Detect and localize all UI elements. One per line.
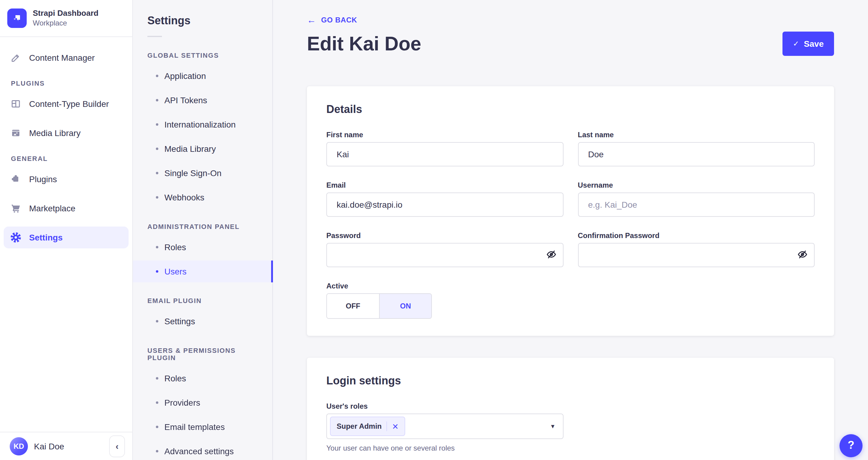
strapi-logo[interactable] [7,8,27,28]
subnav-section-administration-panel: ADMINISTRATION PANEL [133,223,272,230]
brand-title: Strapi Dashboard [33,9,99,19]
user-roles-hint: Your user can have one or several roles [326,444,815,452]
subnav-item-application[interactable]: Application [133,65,272,87]
image-icon [10,127,22,139]
cart-icon [10,202,22,214]
go-back-link[interactable]: ← GO BACK [307,15,357,25]
subnav-item-providers[interactable]: Providers [133,392,272,413]
subnav-item-label: Internationalization [164,120,236,130]
help-button[interactable]: ? [839,434,863,457]
bullet-icon [156,450,158,452]
bullet-icon [156,123,158,126]
active-label: Active [326,282,563,290]
layout-grid-icon [10,98,22,110]
last-name-input[interactable] [578,142,815,166]
subnav-section-global-settings: GLOBAL SETTINGS [133,52,272,59]
sidebar-item-content-type-builder[interactable]: Content-Type Builder [4,93,129,115]
subnav-item-label: Media Library [164,144,216,154]
confirmation-password-field-group: Confirmation Password [578,231,815,267]
bullet-icon [156,196,158,199]
username-field-group: Username [578,181,815,217]
subnav-item-label: Webhooks [164,193,205,202]
subnav-item-label: Settings [164,316,195,326]
bullet-icon [156,99,158,102]
bullet-icon [156,320,158,322]
subnav-item-api-tokens[interactable]: API Tokens [133,89,272,111]
subnav-item-media-library[interactable]: Media Library [133,138,272,160]
first-name-input[interactable] [326,142,563,166]
active-toggle-off[interactable]: OFF [327,294,379,318]
subnav-divider [147,36,162,37]
active-toggle-on[interactable]: ON [379,294,431,318]
subnav-item-email-settings[interactable]: Settings [133,310,272,332]
subnav-item-label: Providers [164,398,200,407]
email-field-group: Email [326,181,563,217]
sidebar-item-plugins[interactable]: Plugins [4,168,129,190]
toggle-confirmation-visibility-button[interactable] [793,245,812,265]
user-roles-field-group: User's roles Super Admin ✕ ▾ Your user c… [326,402,815,452]
subnav-item-admin-roles[interactable]: Roles [133,236,272,258]
bullet-icon [156,148,158,150]
subnav-item-internationalization[interactable]: Internationalization [133,114,272,136]
subnav-item-webhooks[interactable]: Webhooks [133,186,272,208]
confirmation-password-input[interactable] [578,243,815,267]
details-card: Details First name Last name Email Usern… [307,86,834,336]
save-label: Save [804,39,824,49]
sidebar-item-label: Settings [29,233,62,242]
toggle-password-visibility-button[interactable] [541,245,561,265]
subnav-item-label: Advanced settings [164,446,234,456]
subnav-item-email-templates[interactable]: Email templates [133,416,272,438]
sidebar-item-label: Content Manager [29,53,95,62]
sidebar-item-marketplace[interactable]: Marketplace [4,197,129,219]
gear-icon [10,231,22,243]
confirmation-password-label: Confirmation Password [578,231,815,240]
username-input[interactable] [578,193,815,217]
subnav-item-up-roles[interactable]: Roles [133,367,272,389]
sidebar-nav: Content Manager PLUGINS Content-Type Bui… [0,37,132,431]
avatar[interactable]: KD [10,437,28,455]
chevron-down-icon: ▾ [551,422,554,430]
main-content: ← GO BACK Edit Kai Doe ✓ Save Details Fi… [273,0,868,460]
chevron-left-icon: ‹ [116,441,119,451]
bullet-icon [156,75,158,77]
subnav-item-advanced-settings[interactable]: Advanced settings [133,440,272,460]
bullet-icon [156,377,158,379]
sidebar-item-label: Media Library [29,128,81,138]
sidebar-item-media-library[interactable]: Media Library [4,122,129,144]
bullet-icon [156,172,158,174]
bullet-icon [156,246,158,248]
go-back-label: GO BACK [321,16,357,24]
email-label: Email [326,181,563,190]
sidebar-item-settings[interactable]: Settings [4,227,129,248]
user-roles-select[interactable]: Super Admin ✕ ▾ [326,413,563,439]
password-field-group: Password [326,231,563,267]
active-toggle: OFF ON [326,293,432,319]
sidebar-user-row: KD Kai Doe ‹ [0,431,132,460]
login-settings-title: Login settings [326,375,815,387]
subnav-section-users-permissions-plugin: USERS & PERMISSIONS PLUGIN [133,347,272,361]
sidebar-item-label: Marketplace [29,203,75,213]
chip-divider [386,422,387,431]
subnav-item-label: Roles [164,373,186,383]
subnav-item-label: Email templates [164,422,225,432]
active-field-group: Active OFF ON [326,282,563,319]
arrow-left-icon: ← [307,15,316,25]
password-label: Password [326,231,563,240]
remove-role-button[interactable]: ✕ [392,422,399,430]
email-input[interactable] [326,193,563,217]
sidebar-section-general: GENERAL [4,155,129,162]
bullet-icon [156,401,158,404]
last-name-label: Last name [578,131,815,139]
password-input[interactable] [326,243,563,267]
sidebar-item-content-manager[interactable]: Content Manager [4,47,129,68]
save-button[interactable]: ✓ Save [782,32,834,56]
puzzle-icon [10,173,22,185]
pencil-icon [10,52,22,64]
subnav-item-admin-users[interactable]: Users [133,260,272,282]
subnav-item-label: Roles [164,242,186,252]
username-label: Username [578,181,815,190]
collapse-sidebar-button[interactable]: ‹ [109,435,125,457]
subnav-item-single-sign-on[interactable]: Single Sign-On [133,162,272,184]
subnav-item-label: API Tokens [164,95,207,105]
settings-subnav: Settings GLOBAL SETTINGS Application API… [133,0,273,460]
